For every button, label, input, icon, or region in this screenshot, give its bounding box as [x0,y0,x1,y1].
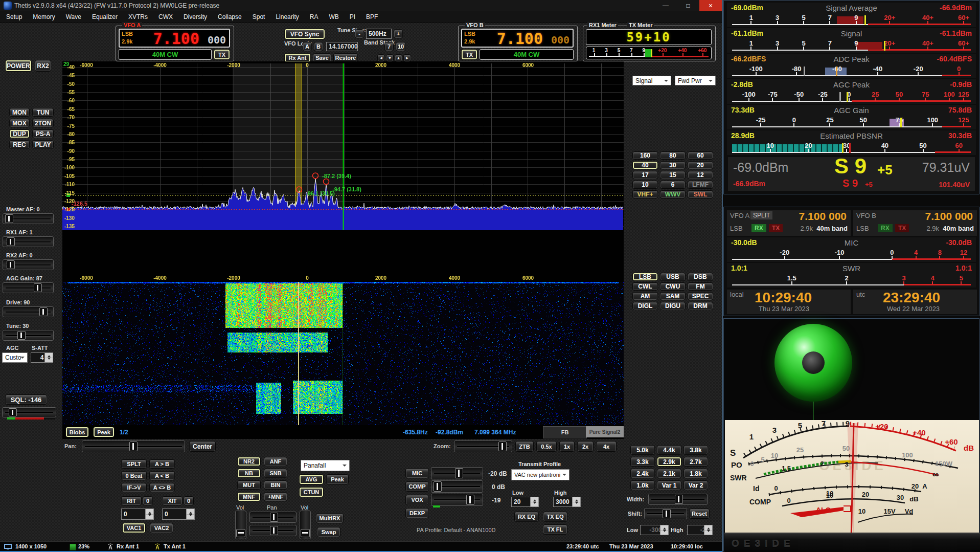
zoom-slider[interactable] [454,440,512,452]
vfo-lock-a-button[interactable]: A [303,42,312,51]
tune-step-minus-button[interactable]: - [355,29,364,38]
arrow-down-button[interactable]: ▼ [386,54,394,62]
s-att-spinner[interactable]: 4 [31,352,53,363]
rx1-pan-slider[interactable] [249,512,297,523]
pure-signal-indicator[interactable]: Pure Signal2 [586,426,624,437]
vfo-sync-button[interactable]: VFO Sync [284,29,325,39]
slider-handle[interactable] [7,237,15,246]
band-wwv[interactable]: WWV [660,190,686,198]
menu-cwx[interactable]: CWX [158,13,173,20]
ps-a-button[interactable]: PS-A [32,129,54,138]
agc-gain-slider[interactable] [3,282,54,293]
filter-29k[interactable]: 2.9k [657,457,681,467]
filter-low-arrows[interactable] [660,525,668,535]
band-6[interactable]: 6 [660,181,686,189]
vfo-lock-b-button[interactable]: B [314,42,323,51]
reset-button[interactable]: Reset [689,509,710,519]
arrow-right-button[interactable]: ► [403,54,411,62]
display-mode-select[interactable]: Panafall [301,460,350,471]
memory-frequency[interactable]: 14.167000 [326,42,358,51]
slider-handle[interactable] [39,307,48,316]
filter-21k[interactable]: 2.1k [657,469,681,478]
vfo-b-display[interactable]: LSB 2.9k 7.100 000 [461,29,574,48]
split-badge[interactable]: SPLIT [750,211,772,219]
rx2-button[interactable]: RX2 [35,60,51,72]
filter-1k[interactable]: 1.0k [630,480,655,490]
band-15[interactable]: 15 [660,171,686,179]
zoom-2x-button[interactable]: 2x [577,441,594,452]
maximize-button[interactable]: □ [677,0,699,11]
band-stack-10-button[interactable]: 10 [396,42,406,51]
menu-xvtrs[interactable]: XVTRs [128,13,148,20]
anf-button[interactable]: ANF [264,457,287,466]
rit-spinner-arrows[interactable] [145,509,153,519]
play-button[interactable]: PLAY [32,140,54,149]
band-17[interactable]: 17 [632,171,658,179]
ctun-button[interactable]: CTUN [299,487,324,497]
vox-slider-handle[interactable] [466,495,474,505]
menu-equalizer[interactable]: Equalizer [92,13,118,20]
band-30[interactable]: 30 [660,161,686,169]
mox-button[interactable]: MOX [9,119,30,127]
a-to-b-button[interactable]: A > B [149,459,175,469]
band-swl[interactable]: SWL [688,190,713,198]
comp-slider-handle[interactable] [434,481,442,492]
shift-slider-handle[interactable] [663,509,671,518]
b-to-a-button[interactable]: A < B [149,471,175,480]
dexp-button[interactable]: DEXP [405,508,429,518]
menu-wave[interactable]: Wave [66,13,81,20]
rx1-vol-handle[interactable] [236,529,245,537]
xit-button[interactable]: XIT [162,496,183,505]
rx2-pan-handle[interactable] [270,526,278,535]
rx-eq-button[interactable]: RX EQ [514,512,539,522]
agc-select[interactable]: Custo [2,352,28,363]
panadapter-display[interactable]: 29 -87.2 (39.4) -94.7 (31.8) -96.1 (30.5… [62,61,624,439]
menu-bpf[interactable]: BPF [366,13,378,20]
mic-slider-handle[interactable] [455,468,463,478]
rx2-vol-handle[interactable] [301,529,310,537]
band-60[interactable]: 60 [688,151,713,160]
spectrum-canvas[interactable] [62,61,624,280]
mon-button[interactable]: MON [9,108,30,117]
rit-button[interactable]: RIT [121,496,142,505]
fb-indicator[interactable]: FB [543,426,587,438]
xit-spinner[interactable]: 0 [162,509,195,520]
band-40[interactable]: 40 [632,161,658,169]
filter-low-spinner[interactable]: -3000 [640,525,669,535]
mode-lsb[interactable]: LSB [632,273,658,281]
bin-button[interactable]: BIN [264,480,287,490]
s-att-spinner-arrows[interactable] [44,353,53,362]
mode-fm[interactable]: FM [688,282,713,291]
menu-memory[interactable]: Memory [33,13,55,20]
zoom-1x-button[interactable]: 1x [559,441,575,452]
band-80[interactable]: 80 [660,151,686,160]
mode-sam[interactable]: SAM [660,292,686,300]
mode-cwu[interactable]: CWU [660,282,686,291]
vfo-a-tx-button[interactable]: TX [214,49,230,60]
slider-handle[interactable] [7,260,15,269]
filter-high-spinner[interactable]: -20 [687,525,713,535]
band-vhf[interactable]: VHF+ [632,190,658,198]
nr2-button[interactable]: NR2 [237,457,261,466]
power-button[interactable]: POWER [5,60,32,72]
menu-collapse[interactable]: Collapse [218,13,242,20]
vox-button[interactable]: VOX [405,495,429,505]
rx1-pan-handle[interactable] [270,513,278,522]
split-button[interactable]: SPLT [121,459,147,469]
band-10[interactable]: 10 [632,181,658,189]
zoom-4x-button[interactable]: 4x [596,441,617,452]
mode-am[interactable]: AM [632,292,658,300]
zoom-05x-button[interactable]: 0.5x [536,441,557,452]
peak-display-button[interactable]: Peak [326,474,349,484]
menu-linearity[interactable]: Linearity [276,13,299,20]
vfo-b-tx-button[interactable]: TX [461,49,477,60]
mnf-button[interactable]: MNF [237,492,261,501]
sql-button[interactable]: SQL: -146 [5,394,47,405]
mode-drm[interactable]: DRM [688,302,713,310]
mode-dsb[interactable]: DSB [688,273,713,281]
peak-button[interactable]: Peak [93,427,115,437]
rit-spinner[interactable]: 0 [121,509,154,520]
filter-44k[interactable]: 4.4k [657,445,681,455]
blobs-button[interactable]: Blobs [65,427,89,437]
vox-slider[interactable] [431,494,483,506]
